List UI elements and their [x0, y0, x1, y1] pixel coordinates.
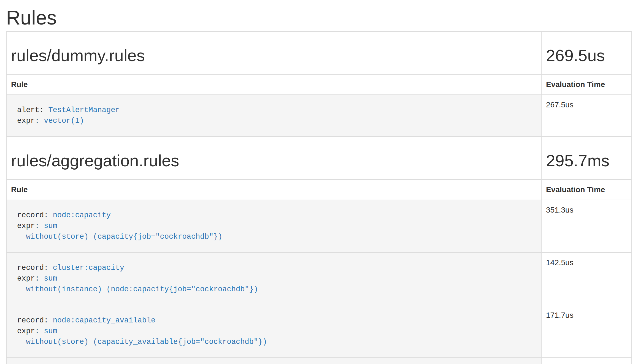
column-header-rule: Rule: [6, 180, 541, 200]
rule-definition: alert: TestAlertManager expr: vector(1): [11, 99, 537, 132]
rule-keyword: alert:: [17, 106, 44, 114]
rule-row: record: cluster:capacity expr: sum witho…: [6, 252, 632, 305]
rule-definition-cell: record: node:capacity_available expr: su…: [6, 305, 541, 358]
page-title: Rules: [6, 7, 632, 29]
rule-group-row: rules/aggregation.rules295.7ms: [6, 137, 632, 180]
rule-group-file: rules/dummy.rules: [11, 47, 537, 65]
rule-group-time-cell: 295.7ms: [541, 137, 632, 180]
rule-row: alert: TestAlertManager expr: vector(1)2…: [6, 95, 632, 137]
expr-keyword: expr:: [17, 275, 39, 283]
rule-group-row: rules/dummy.rules269.5us: [6, 31, 632, 74]
group-evaluation-time: 269.5us: [546, 47, 627, 65]
rule-expr-link[interactable]: sum without(instance) (node:capacity{job…: [17, 275, 258, 294]
rule-evaluation-time: 351.3us: [541, 200, 632, 252]
expr-keyword: expr:: [17, 117, 39, 125]
rule-group-file-cell: rules/dummy.rules: [6, 31, 541, 74]
rule-definition: record: node:capacity expr: sum without(…: [11, 205, 537, 248]
rule-group-time-cell: 269.5us: [541, 31, 632, 74]
rule-name-link[interactable]: cluster:capacity: [53, 264, 124, 272]
rule-group-file-cell: rules/aggregation.rules: [6, 137, 541, 180]
rule-definition-cell: record: node:capacity expr: sum without(…: [6, 200, 541, 252]
rule-definition: record: cluster:capacity_available expr:…: [11, 362, 537, 364]
column-header-evaluation-time: Evaluation Time: [541, 74, 632, 95]
rule-name-link[interactable]: node:capacity: [53, 211, 111, 219]
rule-evaluation-time: 140.5us: [541, 358, 632, 364]
group-evaluation-time: 295.7ms: [546, 152, 627, 170]
column-header-row: RuleEvaluation Time: [6, 74, 632, 95]
rule-name-link[interactable]: node:capacity_available: [53, 316, 156, 325]
rule-expr-link[interactable]: vector(1): [44, 117, 84, 125]
rule-definition-cell: alert: TestAlertManager expr: vector(1): [6, 95, 541, 137]
rule-group-file: rules/aggregation.rules: [11, 152, 537, 170]
rule-expr-link[interactable]: sum without(store) (capacity_available{j…: [17, 327, 267, 346]
expr-keyword: expr:: [17, 222, 39, 230]
rule-expr-link[interactable]: sum without(store) (capacity{job="cockro…: [17, 222, 222, 241]
rule-row: record: node:capacity expr: sum without(…: [6, 200, 632, 252]
expr-keyword: expr:: [17, 327, 39, 335]
rule-keyword: record:: [17, 316, 48, 325]
column-header-evaluation-time: Evaluation Time: [541, 180, 632, 200]
rule-row: record: cluster:capacity_available expr:…: [6, 358, 632, 364]
rule-definition-cell: record: cluster:capacity expr: sum witho…: [6, 252, 541, 305]
rule-name-link[interactable]: TestAlertManager: [48, 106, 120, 114]
rule-evaluation-time: 142.5us: [541, 252, 632, 305]
column-header-rule: Rule: [6, 74, 541, 95]
rule-evaluation-time: 171.7us: [541, 305, 632, 358]
rule-evaluation-time: 267.5us: [541, 95, 632, 137]
rule-definition: record: cluster:capacity expr: sum witho…: [11, 257, 537, 300]
rule-definition: record: node:capacity_available expr: su…: [11, 310, 537, 353]
rule-keyword: record:: [17, 264, 48, 272]
rule-row: record: node:capacity_available expr: su…: [6, 305, 632, 358]
rule-keyword: record:: [17, 211, 48, 219]
rules-table: rules/dummy.rules269.5usRuleEvaluation T…: [6, 31, 632, 364]
rule-definition-cell: record: cluster:capacity_available expr:…: [6, 358, 541, 364]
column-header-row: RuleEvaluation Time: [6, 180, 632, 200]
